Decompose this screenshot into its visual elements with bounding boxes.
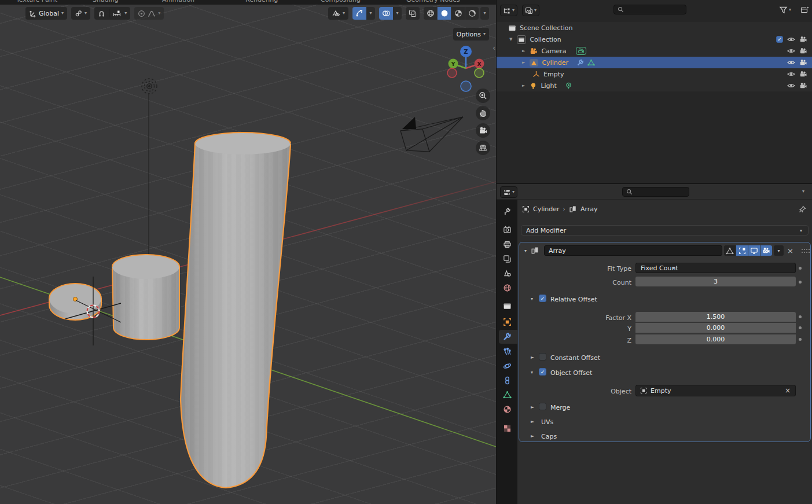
collection-checkbox[interactable]: ✓ bbox=[776, 36, 783, 43]
editor-type-dropdown[interactable]: ▾ bbox=[500, 186, 517, 198]
tab-constraints[interactable] bbox=[497, 373, 517, 387]
show-overlays-toggle[interactable] bbox=[379, 7, 393, 20]
disable-render-camera-icon[interactable] bbox=[799, 59, 807, 66]
hide-eye-icon[interactable] bbox=[787, 82, 795, 89]
navigation-gizmo[interactable]: Z Y X bbox=[441, 39, 493, 95]
on-cage-toggle[interactable] bbox=[724, 245, 736, 256]
proportional-editing-icon[interactable] bbox=[138, 10, 145, 17]
breadcrumb-modifier[interactable]: Array bbox=[580, 205, 598, 213]
edit-mode-display-toggle[interactable] bbox=[736, 245, 748, 256]
decorator-dot[interactable] bbox=[799, 267, 802, 270]
count-slider[interactable]: 3 bbox=[635, 277, 796, 286]
outliner-row-cylinder[interactable]: ► Cylinder bbox=[497, 57, 812, 68]
expand-arrow-icon[interactable]: ► bbox=[522, 83, 525, 88]
tab-world[interactable] bbox=[497, 281, 517, 295]
section-expand-chevron[interactable]: ▾ bbox=[531, 370, 533, 375]
workspace-tab-geometry-nodes[interactable]: Geometry Nodes bbox=[406, 0, 460, 3]
pin-icon[interactable] bbox=[799, 205, 806, 213]
workspace-tab-shading[interactable]: Shading bbox=[93, 0, 119, 3]
tab-texture[interactable] bbox=[497, 421, 517, 435]
gizmos-dropdown[interactable]: ▾ bbox=[366, 7, 375, 20]
tab-tool[interactable] bbox=[497, 204, 517, 218]
tab-render[interactable] bbox=[497, 223, 517, 237]
breadcrumb-object[interactable]: Cylinder bbox=[533, 205, 560, 213]
outliner-row-camera[interactable]: ► Camera bbox=[497, 45, 812, 57]
add-modifier-button[interactable]: Add Modifier ▾ bbox=[521, 225, 809, 236]
workspace-tab-compositing[interactable]: Compositing bbox=[321, 0, 361, 3]
modifier-wrench-icon[interactable] bbox=[576, 59, 584, 67]
expand-arrow-icon[interactable]: ► bbox=[522, 60, 525, 65]
properties-search-input[interactable] bbox=[622, 187, 689, 197]
section-expand-chevron[interactable]: ► bbox=[531, 404, 534, 410]
editor-type-dropdown[interactable]: ▾ bbox=[500, 5, 517, 16]
modifier-name-input[interactable]: Array bbox=[544, 245, 722, 256]
object-visibility-dropdown[interactable]: ▾ bbox=[328, 7, 348, 20]
expand-arrow-icon[interactable]: ▼ bbox=[509, 37, 512, 42]
snap-with-increment-icon[interactable] bbox=[113, 10, 121, 17]
pivot-point-dropdown[interactable]: ▾ bbox=[71, 7, 90, 20]
display-mode-dropdown[interactable]: ▾ bbox=[522, 5, 539, 16]
tab-physics[interactable] bbox=[497, 359, 517, 373]
orthographic-grid-button[interactable] bbox=[476, 141, 490, 155]
object-offset-field[interactable]: Empty × bbox=[635, 385, 796, 396]
decorator-dot[interactable] bbox=[799, 326, 802, 329]
clear-object-icon[interactable]: × bbox=[785, 387, 791, 395]
options-dropdown[interactable]: Options ▾ bbox=[453, 28, 489, 41]
outliner-row-collection[interactable]: ▼ Collection ✓ bbox=[497, 34, 812, 45]
object-offset-checkbox[interactable]: ✓ bbox=[539, 368, 546, 376]
decorator-dot[interactable] bbox=[799, 315, 802, 318]
disable-render-camera-icon[interactable] bbox=[799, 47, 807, 54]
camera-view-button[interactable] bbox=[476, 123, 490, 138]
merge-checkbox[interactable] bbox=[539, 403, 546, 410]
disable-render-camera-icon[interactable] bbox=[799, 36, 807, 43]
remove-modifier-button[interactable]: × bbox=[785, 245, 795, 256]
shading-wireframe-button[interactable] bbox=[424, 7, 437, 20]
header-options-chevron[interactable]: ▾ bbox=[802, 189, 804, 194]
filter-dropdown[interactable]: ▾ bbox=[779, 6, 791, 14]
relative-offset-checkbox[interactable]: ✓ bbox=[539, 295, 546, 302]
hide-eye-icon[interactable] bbox=[787, 47, 795, 54]
panel-expand-chevron[interactable]: ▾ bbox=[524, 248, 527, 253]
tab-modifiers-active[interactable] bbox=[497, 330, 517, 344]
shading-rendered-button[interactable] bbox=[465, 7, 479, 20]
shading-material-preview-button[interactable] bbox=[451, 7, 465, 20]
factor-y-slider[interactable]: 0.000 bbox=[635, 323, 796, 333]
new-collection-button[interactable] bbox=[800, 6, 810, 14]
mesh-data-icon[interactable] bbox=[587, 59, 595, 66]
pan-hand-button[interactable] bbox=[476, 106, 490, 120]
modifier-extras-dropdown[interactable]: ▾ bbox=[774, 245, 784, 256]
toggle-xray-button[interactable] bbox=[406, 7, 420, 20]
shading-dropdown[interactable]: ▾ bbox=[480, 7, 489, 20]
outliner-row-scene-collection[interactable]: Scene Collection bbox=[497, 22, 812, 34]
camera-data-icon[interactable] bbox=[576, 47, 586, 55]
factor-z-slider[interactable]: 0.000 bbox=[635, 334, 796, 344]
disable-render-camera-icon[interactable] bbox=[799, 71, 807, 78]
decorator-dot[interactable] bbox=[799, 281, 802, 284]
disable-render-camera-icon[interactable] bbox=[799, 82, 807, 89]
drag-handle-icon[interactable] bbox=[801, 248, 810, 253]
outliner-row-light[interactable]: ► Light bbox=[497, 80, 812, 91]
render-display-toggle[interactable] bbox=[760, 245, 772, 256]
tab-object[interactable] bbox=[497, 315, 517, 329]
show-gizmos-toggle[interactable] bbox=[352, 7, 366, 20]
tab-view-layer[interactable] bbox=[497, 252, 517, 266]
fit-type-dropdown[interactable]: Fixed Count ▾ bbox=[635, 263, 796, 273]
transform-orientation-dropdown[interactable]: Global ▾ bbox=[25, 7, 67, 20]
decorator-dot[interactable] bbox=[799, 338, 802, 341]
section-expand-chevron[interactable]: ▾ bbox=[531, 296, 533, 301]
tab-material[interactable] bbox=[497, 402, 517, 416]
tab-collection[interactable] bbox=[497, 299, 517, 313]
hide-eye-icon[interactable] bbox=[787, 71, 795, 78]
realtime-display-toggle[interactable] bbox=[748, 245, 760, 256]
section-expand-chevron[interactable]: ► bbox=[531, 433, 534, 439]
expand-arrow-icon[interactable]: ► bbox=[522, 49, 525, 53]
tab-object-data[interactable] bbox=[497, 388, 517, 402]
workspace-tab-rendering[interactable]: Rendering bbox=[245, 0, 278, 3]
workspace-tab-texture-paint[interactable]: Texture Paint bbox=[16, 0, 57, 3]
section-expand-chevron[interactable]: ► bbox=[531, 419, 534, 424]
overlays-dropdown[interactable]: ▾ bbox=[393, 7, 402, 20]
hide-eye-icon[interactable] bbox=[787, 59, 795, 66]
zoom-button[interactable] bbox=[476, 89, 490, 103]
workspace-tab-animation[interactable]: Animation bbox=[162, 0, 194, 3]
tab-particles[interactable] bbox=[497, 344, 517, 358]
